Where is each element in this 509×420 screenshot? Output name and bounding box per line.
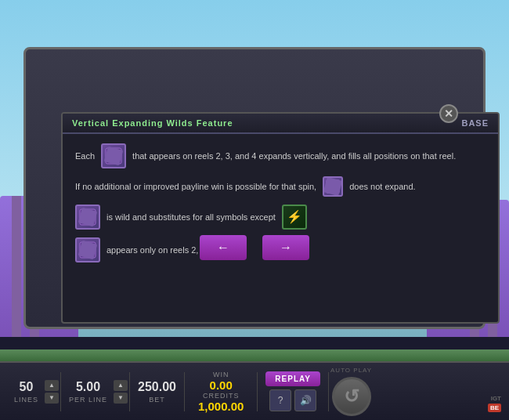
bottom-bar: 50 LINES ▲ ▼ 5.00 PER LINE ▲ ▼ 250.00 BE… <box>0 361 509 420</box>
sound-button[interactable]: 🔊 <box>294 389 316 411</box>
lines-down-arrow[interactable]: ▼ <box>45 393 59 404</box>
text-if-no: If no additional or improved payline win… <box>75 180 316 194</box>
close-button[interactable]: ✕ <box>439 104 458 123</box>
feature-row-2: If no additional or improved payline win… <box>75 176 486 197</box>
igt-logo: IGT <box>491 395 501 402</box>
replay-button[interactable]: REPLAY <box>265 371 320 386</box>
lightning-symbol-icon: ⚡ <box>282 205 307 230</box>
win-section: WIN 0.00 CREDITS 1,000.00 <box>186 371 255 413</box>
auto-play-section: AUTO PLAY ↺ <box>330 367 372 416</box>
divider-1 <box>60 372 61 411</box>
prev-button[interactable]: ← <box>200 235 247 260</box>
lines-label: LINES <box>14 396 38 404</box>
spin-button[interactable]: ↺ <box>332 377 371 416</box>
floor <box>0 349 509 361</box>
per-line-label: PER LINE <box>69 396 107 404</box>
svg-rect-4 <box>80 209 96 225</box>
svg-text:W: W <box>110 152 117 161</box>
bet-value: 250.00 <box>138 380 176 394</box>
divider-2 <box>129 372 130 411</box>
help-button[interactable]: ? <box>269 389 291 411</box>
svg-text:W: W <box>330 183 336 190</box>
wild-symbol-icon-2: W <box>323 176 343 197</box>
bet-section: 250.00 BET <box>132 380 182 404</box>
per-line-down-arrow[interactable]: ▼ <box>114 393 128 404</box>
feature-base-label: BASE <box>461 118 489 128</box>
svg-text:W: W <box>84 213 92 222</box>
credits-label: CREDITS <box>203 392 240 400</box>
lines-value: 50 <box>20 380 34 394</box>
svg-rect-6 <box>80 242 96 258</box>
feature-header: Vertical Expanding Wilds Feature BASE <box>63 114 498 134</box>
next-button[interactable]: → <box>262 235 309 260</box>
feature-row-3: W is wild and substitutes for all symbol… <box>75 205 486 230</box>
win-label: WIN <box>213 371 229 378</box>
svg-rect-2 <box>327 180 340 194</box>
per-line-section: 5.00 PER LINE <box>63 380 114 404</box>
main-panel: ✕ Vertical Expanding Wilds Feature BASE … <box>23 47 486 329</box>
per-line-arrows: ▲ ▼ <box>114 380 128 404</box>
text-wild-substitutes: is wild and substitutes for all symbols … <box>106 211 276 224</box>
per-line-value: 5.00 <box>76 380 100 394</box>
text-reel-description: that appears on reels 2, 3, and 4 expand… <box>132 150 456 163</box>
feature-title: Vertical Expanding Wilds Feature <box>72 118 233 128</box>
win-value: 0.00 <box>210 378 233 392</box>
bet-label: BET <box>149 396 165 404</box>
auto-play-label: AUTO PLAY <box>330 367 372 374</box>
divider-4 <box>257 372 258 411</box>
divider-3 <box>184 372 185 411</box>
text-each: Each <box>75 150 95 163</box>
text-does-not-expand: does not expand. <box>349 180 415 194</box>
per-line-up-arrow[interactable]: ▲ <box>114 380 128 391</box>
svg-rect-0 <box>106 148 121 164</box>
wild-symbol-icon-3: W <box>75 205 100 230</box>
wild-symbol-icon-4: W <box>75 237 100 262</box>
feature-row-1: Each W that appears on reels 2, 3, and 4… <box>75 143 486 168</box>
svg-text:W: W <box>84 246 92 255</box>
lines-arrows: ▲ ▼ <box>45 380 59 404</box>
lines-up-arrow[interactable]: ▲ <box>45 380 59 391</box>
wild-symbol-icon-1: W <box>101 143 126 168</box>
badge-logo: BE <box>488 404 501 412</box>
feature-panel: Vertical Expanding Wilds Feature BASE Ea… <box>61 112 500 324</box>
lightning-bolt-glyph: ⚡ <box>287 208 302 226</box>
divider-5 <box>328 372 329 411</box>
lines-section: 50 LINES <box>8 380 45 404</box>
nav-buttons: ← → <box>200 235 309 260</box>
credits-value: 1,000.00 <box>198 400 244 413</box>
